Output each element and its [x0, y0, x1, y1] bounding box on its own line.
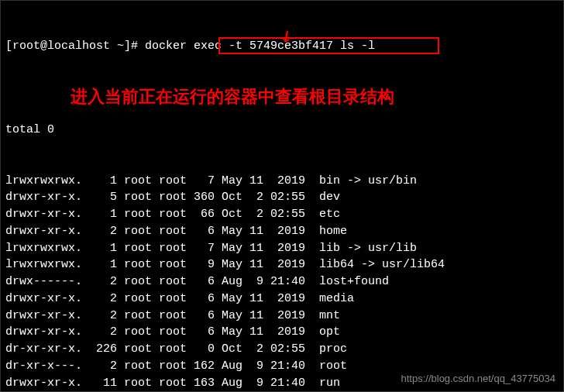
listing-row: drwx------. 2 root root 6 Aug 9 21:40 lo… [5, 273, 559, 291]
listing-row: drwxr-xr-x. 1 root root 66 Oct 2 02:55 e… [5, 206, 559, 223]
prompt-prefix: [root@localhost ~]# [5, 40, 145, 53]
listing-row: drwxr-xr-x. 5 root root 360 Oct 2 02:55 … [5, 189, 559, 206]
listing-row: lrwxrwxrwx. 1 root root 7 May 11 2019 li… [5, 240, 559, 257]
total-line: total 0 [5, 122, 559, 139]
listing-row: drwxr-xr-x. 2 root root 6 May 11 2019 ho… [5, 223, 559, 240]
command-text: docker exec -t 5749ce3bf417 ls -l [145, 40, 375, 53]
listing-row: drwxr-xr-x. 2 root root 6 May 11 2019 me… [5, 291, 559, 308]
listing-row: drwxr-xr-x. 2 root root 6 May 11 2019 mn… [5, 308, 559, 325]
listing-rows: lrwxrwxrwx. 1 root root 7 May 11 2019 bi… [5, 173, 559, 393]
listing-row: dr-xr-xr-x. 226 root root 0 Oct 2 02:55 … [5, 341, 559, 358]
command-line[interactable]: [root@localhost ~]# docker exec -t 5749c… [5, 38, 559, 88]
listing-row: lrwxrwxrwx. 1 root root 7 May 11 2019 bi… [5, 173, 559, 190]
listing-row: drwxr-xr-x. 2 root root 6 May 11 2019 op… [5, 324, 559, 341]
listing-row: lrwxrwxrwx. 1 root root 9 May 11 2019 li… [5, 256, 559, 273]
terminal-output: [root@localhost ~]# docker exec -t 5749c… [5, 4, 559, 392]
watermark-text: https://blog.csdn.net/qq_43775034 [401, 372, 556, 387]
